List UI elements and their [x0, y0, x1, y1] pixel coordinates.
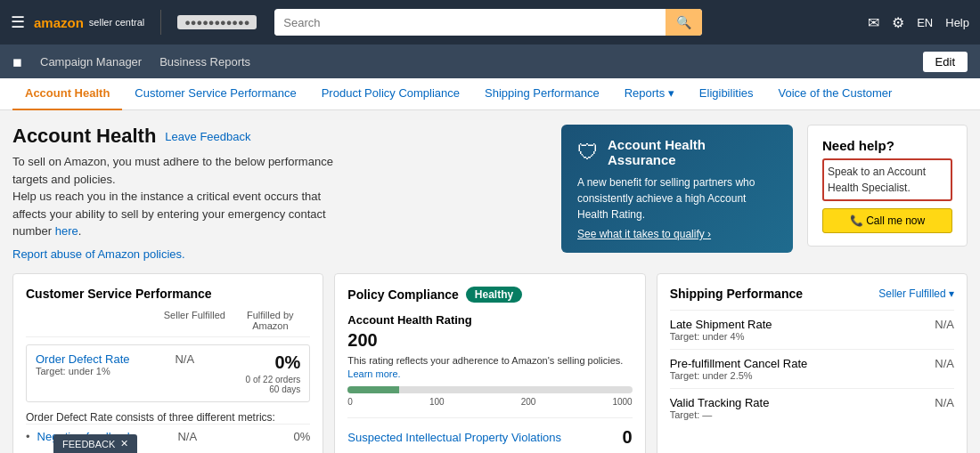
bullet-icon: • — [26, 430, 30, 443]
hamburger-menu[interactable]: ☰ — [11, 12, 25, 32]
prefulfillment-cancel-value: N/A — [935, 357, 954, 370]
odr-target: Target: under 1% — [36, 366, 149, 376]
divider — [160, 10, 161, 35]
page-title: Account Health Leave Feedback — [12, 125, 547, 148]
healthy-badge: Healthy — [466, 287, 522, 303]
prefulfillment-cancel-row: Pre-fulfillment Cancel Rate Target: unde… — [670, 349, 954, 388]
call-me-now-button[interactable]: 📞 Call me now — [822, 208, 952, 233]
logo: amazon seller central — [34, 15, 144, 30]
order-defect-rate-link[interactable]: Order Defect Rate — [36, 352, 130, 366]
suspected-ip-violations-row: Suspected Intellectual Property Violatio… — [347, 417, 632, 453]
prefulfillment-cancel-target: Target: under 2.5% — [670, 370, 935, 381]
order-defect-rate-row: Order Defect Rate Target: under 1% N/A 0… — [26, 344, 310, 402]
customer-service-title: Customer Service Performance — [26, 287, 310, 301]
shipping-performance-panel: Shipping Performance Seller Fulfilled ▾ … — [657, 273, 968, 454]
policy-compliance-header: Policy Compliance Healthy — [347, 287, 632, 303]
suspected-ip-link[interactable]: Suspected Intellectual Property Violatio… — [347, 431, 561, 444]
ahr-score: 200 — [347, 330, 632, 351]
square-icon: ◼ — [12, 55, 22, 69]
account-health-rating-section: Account Health Rating 200 This rating re… — [347, 313, 632, 408]
policy-compliance-panel: Policy Compliance Healthy Account Health… — [334, 273, 645, 454]
shipping-performance-title: Shipping Performance — [670, 287, 803, 301]
valid-tracking-target: Target: — — [670, 409, 935, 420]
tab-customer-service[interactable]: Customer Service Performance — [122, 78, 308, 110]
aha-description: A new benefit for selling partners who c… — [577, 174, 777, 222]
account-health-intro: Account Health Leave Feedback To sell on… — [12, 125, 547, 261]
ahr-description: This rating reflects your adherence to A… — [347, 354, 632, 382]
tab-account-health[interactable]: Account Health — [12, 78, 122, 110]
negative-feedback-sf-value: N/A — [151, 430, 223, 443]
nav-icons: ✉ ⚙ EN Help — [868, 14, 969, 31]
prefulfillment-cancel-link[interactable]: Pre-fulfillment Cancel Rate — [670, 357, 808, 370]
feedback-tab[interactable]: FEEDBACK ✕ — [53, 434, 137, 453]
account-health-description: To sell on Amazon, you must adhere to th… — [12, 153, 547, 240]
column-headers: Seller Fulfilled Fulfilled by Amazon — [26, 310, 310, 337]
ahr-title: Account Health Rating — [347, 313, 632, 327]
customer-service-panel: Customer Service Performance Seller Fulf… — [12, 273, 323, 454]
policy-compliance-title: Policy Compliance — [347, 287, 458, 302]
odr-fba-value: 0% 0 of 22 orders 60 days — [220, 352, 300, 394]
tab-reports[interactable]: Reports ▾ — [612, 78, 687, 110]
rating-bar — [347, 386, 632, 393]
search-input[interactable] — [274, 10, 666, 36]
aha-title: Account Health Assurance — [608, 137, 777, 167]
shipping-filter[interactable]: Seller Fulfilled ▾ — [878, 287, 954, 300]
business-reports-link[interactable]: Business Reports — [152, 55, 257, 69]
odrc-description: Order Defect Rate consists of three diff… — [26, 411, 310, 424]
rating-labels: 0 100 200 1000 — [347, 397, 632, 407]
need-help-box: Need help? Speak to an Account Health Sp… — [807, 125, 968, 247]
suspected-ip-value: 0 — [623, 427, 633, 448]
help-title: Need help? — [822, 138, 952, 153]
negative-feedback-fba-value: 0% — [230, 430, 310, 443]
language-selector[interactable]: EN — [917, 16, 933, 29]
late-shipment-target: Target: under 4% — [670, 331, 935, 342]
col-fulfilled-by-amazon: Fulfilled by Amazon — [230, 310, 310, 331]
logo-text: amazon — [34, 15, 84, 30]
feedback-close-icon[interactable]: ✕ — [120, 438, 128, 449]
account-id: ●●●●●●●●●●● — [177, 15, 257, 29]
rating-bar-fill — [347, 386, 398, 393]
tab-shipping-performance[interactable]: Shipping Performance — [472, 78, 612, 110]
tab-eligibilities[interactable]: Eligibilities — [687, 78, 766, 110]
campaign-manager-link[interactable]: Campaign Manager — [33, 55, 149, 69]
leave-feedback-link[interactable]: Leave Feedback — [165, 130, 250, 143]
late-shipment-rate-row: Late Shipment Rate Target: under 4% N/A — [670, 310, 954, 349]
logo-sub: seller central — [89, 17, 144, 28]
account-health-assurance-box: 🛡 Account Health Assurance A new benefit… — [561, 125, 793, 253]
tab-voice-of-customer[interactable]: Voice of the Customer — [766, 78, 905, 110]
col-seller-fulfilled: Seller Fulfilled — [159, 310, 230, 331]
valid-tracking-value: N/A — [935, 396, 954, 409]
help-link[interactable]: Help — [945, 16, 969, 29]
mail-icon[interactable]: ✉ — [868, 14, 879, 31]
shield-icon: 🛡 — [577, 140, 599, 165]
edit-button[interactable]: Edit — [923, 52, 968, 72]
feedback-label: FEEDBACK — [62, 439, 115, 449]
settings-icon[interactable]: ⚙ — [892, 14, 904, 31]
search-bar: 🔍 — [274, 9, 702, 36]
odr-seller-fulfilled-value: N/A — [149, 352, 220, 366]
help-description: Speak to an Account Health Specialist. — [822, 158, 952, 201]
late-shipment-value: N/A — [935, 318, 954, 331]
late-shipment-link[interactable]: Late Shipment Rate — [670, 318, 772, 331]
here-link[interactable]: here — [55, 224, 78, 238]
valid-tracking-row: Valid Tracking Rate Target: — N/A — [670, 388, 954, 427]
search-button[interactable]: 🔍 — [666, 9, 702, 36]
tab-policy-compliance[interactable]: Product Policy Compliance — [309, 78, 472, 110]
learn-more-link[interactable]: Learn more. — [347, 368, 400, 379]
report-abuse-link[interactable]: Report abuse of Amazon policies. — [12, 247, 547, 261]
valid-tracking-link[interactable]: Valid Tracking Rate — [670, 396, 770, 409]
aha-qualify-link[interactable]: See what it takes to qualify › — [577, 228, 777, 240]
